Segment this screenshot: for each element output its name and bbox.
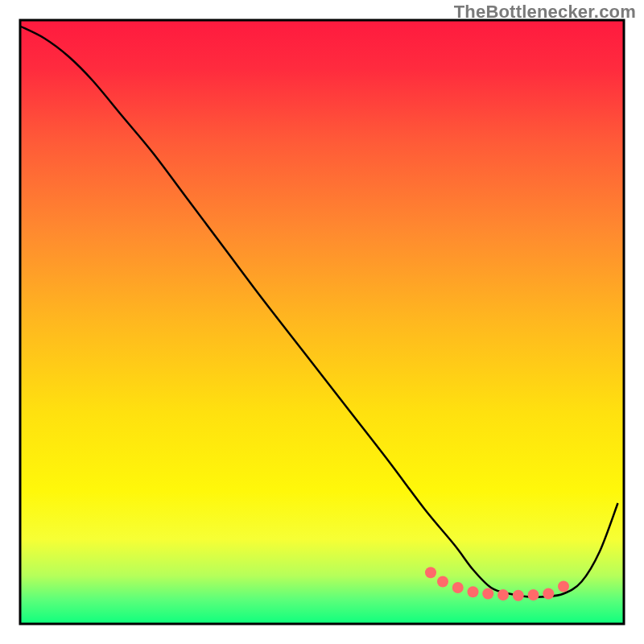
optimal-marker bbox=[482, 588, 493, 600]
optimal-marker bbox=[513, 590, 524, 601]
bottleneck-chart bbox=[0, 0, 644, 644]
attribution-text: TheBottlenecker.com bbox=[454, 2, 636, 23]
optimal-marker bbox=[543, 588, 554, 600]
optimal-marker bbox=[452, 582, 464, 593]
optimal-marker bbox=[468, 586, 479, 597]
optimal-marker bbox=[528, 589, 539, 601]
optimal-marker bbox=[425, 567, 436, 578]
gradient-background bbox=[20, 20, 624, 624]
optimal-marker bbox=[437, 576, 448, 588]
optimal-marker bbox=[558, 581, 569, 592]
optimal-marker bbox=[497, 589, 509, 601]
